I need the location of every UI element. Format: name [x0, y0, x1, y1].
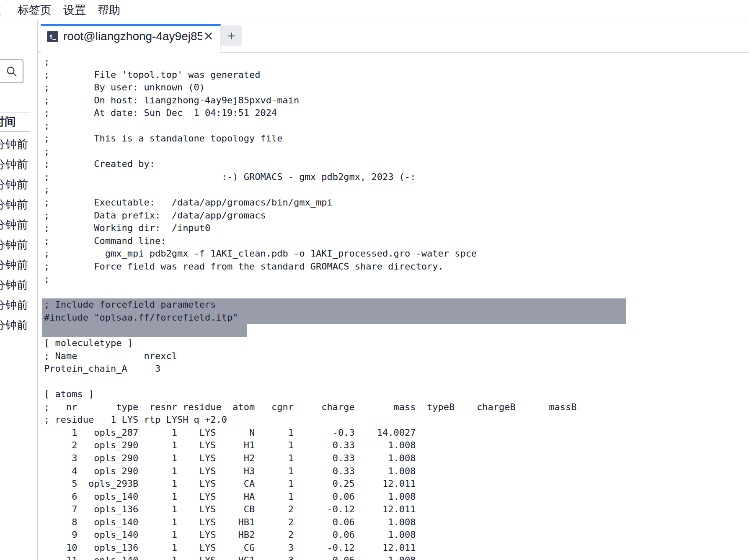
terminal-line: [ moleculetype ] — [42, 337, 749, 350]
terminal-line: 3 opls_290 1 LYS H2 1 0.33 1.008 — [42, 452, 749, 465]
terminal-line: ; :-) GROMACS - gmx pdb2gmx, 2023 (-: — [42, 171, 749, 184]
terminal-line: ; File 'topol.top' was generated — [42, 69, 749, 82]
close-icon[interactable]: ✕ — [203, 30, 214, 43]
sidebar-column-header-modified-time[interactable]: 修改时间 — [0, 113, 30, 131]
list-item-minutes-ago[interactable]: 分钟前 — [0, 175, 30, 195]
terminal-line: 10 opls_136 1 LYS CG 3 -0.12 12.011 — [42, 542, 749, 555]
list-item-minutes-ago[interactable]: 分钟前 — [0, 315, 30, 335]
terminal-line: 4 opls_290 1 LYS H3 1 0.33 1.008 — [42, 465, 749, 478]
sidebar-divider-header — [0, 131, 30, 132]
terminal-line: ; — [42, 273, 749, 286]
terminal-line: ; Executable: /data/app/gromacs/bin/gmx_… — [42, 196, 749, 209]
terminal-line: ; At date: Sun Dec 1 04:19:51 2024 — [42, 107, 749, 120]
list-item-minutes-ago[interactable]: 分钟前 — [0, 195, 30, 215]
list-item-minutes-ago[interactable]: 分钟前 — [0, 255, 30, 275]
tab-title: root@liangzhong-4ay9ej85 — [63, 30, 202, 43]
list-item-minutes-ago[interactable]: 分钟前 — [0, 275, 30, 295]
terminal-line — [42, 286, 749, 299]
terminal-line: ; nr type resnr residue atom cgnr charge… — [42, 401, 749, 414]
sidebar: 修改时间 分钟前 分钟前 分钟前 分钟前 分钟前 分钟前 分钟前 分钟前 分钟前 — [0, 20, 30, 560]
list-item-minutes-ago[interactable]: 分钟前 — [0, 215, 30, 235]
terminal-line: ; Working dir: /input0 — [42, 222, 749, 235]
list-item-minutes-ago[interactable]: 分钟前 — [0, 295, 30, 315]
terminal-line: ; On host: liangzhong-4ay9ej85pxvd-main — [42, 94, 749, 107]
terminal-line: #include "oplsaa.ff/forcefield.itp" — [42, 311, 626, 324]
terminal-line: 7 opls_136 1 LYS CB 2 -0.12 12.011 — [42, 503, 749, 516]
terminal-panel: $_ root@liangzhong-4ay9ej85 ✕ + ; ; File… — [37, 20, 749, 560]
terminal-line: ; — [42, 145, 749, 158]
terminal-line: ; Created by: — [42, 158, 749, 171]
terminal-line: ; Name nrexcl — [42, 350, 749, 363]
terminal-line: ; — [42, 56, 749, 69]
terminal-line: Protein_chain_A 3 — [42, 362, 749, 375]
main-area: 修改时间 分钟前 分钟前 分钟前 分钟前 分钟前 分钟前 分钟前 分钟前 分钟前 — [0, 20, 749, 560]
terminal-line: 2 opls_290 1 LYS H1 1 0.33 1.008 — [42, 439, 749, 452]
menu-item-settings[interactable]: 设置 — [63, 3, 86, 18]
list-item-minutes-ago[interactable]: 分钟前 — [0, 235, 30, 255]
menu-item-help[interactable]: 帮助 — [98, 3, 120, 18]
list-item-minutes-ago[interactable]: 分钟前 — [0, 154, 30, 175]
terminal-line: ; — [42, 183, 749, 196]
menu-item-tabs[interactable]: 标签页 — [18, 3, 52, 18]
terminal-line: ; Command line: — [42, 235, 749, 248]
sidebar-gutter — [30, 20, 37, 560]
terminal-line: ; Include forcefield parameters — [42, 298, 626, 311]
terminal-icon: $_ — [47, 31, 58, 42]
terminal-line: ; Force field was read from the standard… — [42, 260, 749, 273]
terminal-line: ; This is a standalone topology file — [42, 132, 749, 145]
terminal-line: 9 opls_140 1 LYS HB2 2 0.06 1.008 — [42, 529, 749, 542]
terminal-line: ; residue 1 LYS rtp LYSH q +2.0 — [42, 414, 749, 426]
terminal-line — [42, 324, 247, 337]
terminal-line: 11 opls_140 1 LYS HG1 3 0.06 1.008 — [42, 554, 749, 560]
terminal-line: ; gmx_mpi pdb2gmx -f 1AKI_clean.pdb -o 1… — [42, 247, 749, 260]
terminal-line: 6 opls_140 1 LYS HA 1 0.06 1.008 — [42, 491, 749, 503]
terminal-line: 1 opls_287 1 LYS N 1 -0.3 14.0027 — [42, 426, 749, 439]
new-tab-button[interactable]: + — [221, 26, 242, 46]
terminal-line: [ atoms ] — [42, 388, 749, 401]
sidebar-time-list: 分钟前 分钟前 分钟前 分钟前 分钟前 分钟前 分钟前 分钟前 分钟前 分钟前 — [0, 134, 30, 335]
terminal-line: 8 opls_140 1 LYS HB1 2 0.06 1.008 — [42, 516, 749, 529]
tab-bar: $_ root@liangzhong-4ay9ej85 ✕ + — [38, 20, 749, 53]
tab-active-ssh-session[interactable]: $_ root@liangzhong-4ay9ej85 ✕ — [41, 24, 221, 53]
terminal-line — [42, 375, 749, 388]
terminal-line: 5 opls_293B 1 LYS CA 1 0.25 12.011 — [42, 478, 749, 491]
terminal-line: ; Data prefix: /data/app/gromacs — [42, 209, 749, 222]
terminal-output[interactable]: ; ; File 'topol.top' was generated ; By … — [38, 53, 749, 560]
menu-item-clipped[interactable]: 改 — [0, 3, 6, 18]
search-icon — [6, 66, 18, 77]
terminal-line: ; By user: unknown (0) — [42, 81, 749, 94]
list-item-minutes-ago[interactable]: 分钟前 — [0, 134, 30, 154]
terminal-line: ; — [42, 120, 749, 133]
menu-bar: 改 标签页 设置 帮助 — [0, 0, 749, 20]
search-input[interactable] — [0, 59, 23, 83]
